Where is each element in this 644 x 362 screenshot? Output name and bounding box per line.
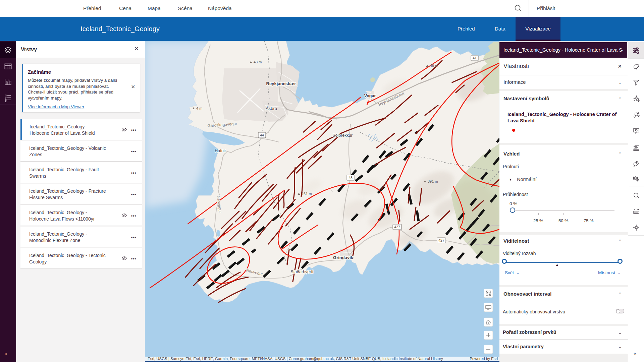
svg-text:44: 44 [260,133,264,137]
svg-text:Reykjanesbær: Reykjanesbær [266,81,296,86]
svg-text:Sólbrekkur: Sólbrekkur [332,133,353,138]
svg-text:43: 43 [348,176,353,180]
svg-text:391 m: 391 m [428,179,438,183]
svg-text:427: 427 [394,225,400,229]
svg-text:161 m: 161 m [302,192,312,196]
svg-text:Esri, USGS | Samsyn Ehf, Esri,: Esri, USGS | Samsyn Ehf, Esri, HERE, Gar… [148,357,443,361]
svg-text:Ásbrú: Ásbrú [266,106,277,111]
svg-text:Grindavík: Grindavík [333,255,354,260]
svg-text:4 m: 4 m [196,106,202,110]
svg-text:Powered by Esri: Powered by Esri [470,357,498,361]
svg-text:41: 41 [473,56,477,60]
svg-text:Staðarhverfi: Staðarhverfi [290,269,313,274]
svg-text:43 m: 43 m [254,60,262,64]
svg-text:49 m: 49 m [430,64,438,68]
svg-text:427: 427 [438,238,444,242]
svg-text:Hafnir: Hafnir [215,148,226,153]
svg-text:Vogar: Vogar [364,94,376,98]
